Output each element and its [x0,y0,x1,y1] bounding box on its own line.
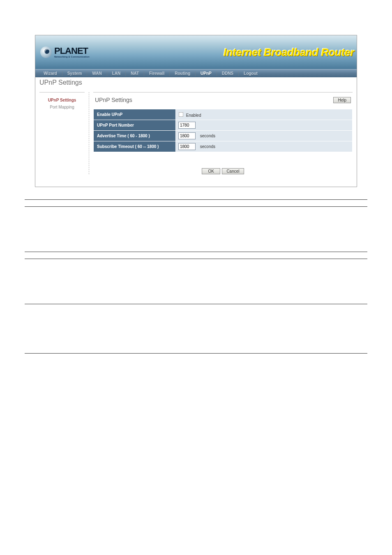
table-row [25,200,367,207]
desc-text [144,207,367,252]
action-row: OK Cancel [93,167,353,174]
subscribe-unit: seconds [200,144,215,149]
desc-param [25,252,144,259]
desc-param [25,200,144,207]
desc-param [25,259,144,304]
upnp-port-input[interactable] [178,122,196,129]
nav-wizard[interactable]: Wizard [39,71,62,76]
brand-tagline: Networking & Communication [54,56,90,58]
nav-lan[interactable]: LAN [107,71,126,76]
nav-ddns[interactable]: DDNS [217,71,238,76]
table-row [25,252,367,259]
row-port-label: UPnP Port Number [94,120,176,131]
subscribe-timeout-input[interactable] [178,143,196,150]
desc-text [144,252,367,259]
ok-button[interactable]: OK [202,168,220,174]
row-subscribe-label: Subscribe Timeout ( 60 -- 1800 ) [94,141,176,152]
row-advertise-label: Advertise Time ( 60 - 1800 ) [94,131,176,141]
table-row [25,259,367,304]
advertise-time-input[interactable] [178,132,196,139]
table-row [25,304,367,354]
sidebar-item-upnp-settings[interactable]: UPnP Settings [39,97,85,104]
enable-upnp-text: Enabled [186,113,201,118]
vertical-divider [89,92,89,174]
banner-title: Internet Broadband Router [224,46,354,59]
cancel-button[interactable]: Cancel [222,168,244,174]
planet-icon [40,46,52,58]
main-panel: UPnP Settings Help Enable UPnP Enabled U… [93,92,353,174]
nav-routing[interactable]: Routing [170,71,195,76]
table-row [25,207,367,252]
nav-firewall[interactable]: Firewall [144,71,169,76]
nav-logout[interactable]: Logout [239,71,263,76]
page-title: UPnP Settings [35,77,357,90]
advertise-unit: seconds [200,134,215,138]
desc-param [25,304,144,354]
main-nav: Wizard System WAN LAN NAT Firewall Routi… [35,69,357,77]
nav-nat[interactable]: NAT [126,71,144,76]
help-button[interactable]: Help [333,97,351,103]
desc-text [144,200,367,207]
desc-text [144,259,367,304]
brand-name: PLANET [54,46,90,56]
row-enable-label: Enable UPnP [94,109,176,120]
enable-upnp-checkbox[interactable] [179,112,184,117]
sidebar-item-port-mapping[interactable]: Port Mapping [39,104,85,111]
nav-upnp[interactable]: UPnP [196,71,217,76]
panel-heading: UPnP Settings [95,97,132,103]
nav-system[interactable]: System [62,71,87,76]
desc-param [25,207,144,252]
sidebar: UPnP Settings Port Mapping [39,92,85,174]
desc-text [144,304,367,354]
brand-logo: PLANET Networking & Communication [40,46,90,58]
description-table [25,199,367,354]
settings-table: Enable UPnP Enabled UPnP Port Number [93,109,353,152]
nav-wan[interactable]: WAN [87,71,106,76]
header-banner: PLANET Networking & Communication Intern… [35,35,357,69]
router-admin-frame: PLANET Networking & Communication Intern… [35,35,357,187]
